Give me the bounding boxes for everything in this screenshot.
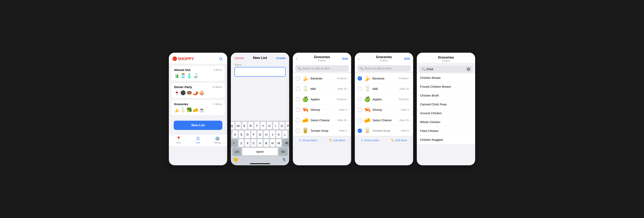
key-e[interactable]: E: [242, 122, 247, 130]
cancel-button[interactable]: Cancel: [234, 56, 244, 60]
grocery-checkbox-apples[interactable]: [296, 97, 300, 102]
grocery-item-milk[interactable]: 🥛 Milk Aisle 20 ›: [293, 84, 351, 94]
grocery-checkbox-s4-bananas[interactable]: [358, 76, 362, 81]
search-result-frozen-chicken-breast[interactable]: Frozed Chicken Breast: [417, 82, 475, 91]
grocery-emoji-shrimp: 🦐: [302, 107, 308, 113]
grocery-checkbox-s4-shrimp[interactable]: [358, 108, 362, 112]
back-button-s4[interactable]: ‹: [358, 56, 364, 61]
grocery-item-s4-swiss-cheese[interactable]: 🧀 Swiss Cheese Aisle 20 ›: [355, 115, 413, 126]
key-l[interactable]: L: [282, 131, 288, 138]
tab-store[interactable]: 📍 Store: [169, 136, 188, 144]
create-button[interactable]: Create: [276, 56, 286, 60]
key-k[interactable]: K: [276, 131, 281, 138]
grocery-item-s4-shrimp[interactable]: 🦐 Shrimp Aisle 3 ›: [355, 105, 413, 115]
key-t[interactable]: T: [254, 122, 260, 130]
key-g[interactable]: G: [258, 131, 263, 138]
edit-items-button[interactable]: ✏️ Edit Items: [329, 139, 345, 142]
new-list-button[interactable]: New List: [174, 121, 222, 130]
grocery-checkbox-s4-swiss-cheese[interactable]: [358, 118, 362, 122]
key-y[interactable]: Y: [260, 122, 266, 130]
grocery-item-tomato-soup[interactable]: 🥫 Tomato Soup Aisle 8 ›: [293, 126, 351, 136]
search-input-s5[interactable]: Chick: [426, 68, 466, 71]
grocery-item-shrimp[interactable]: 🦐 Shrimp Aisle 3 ›: [293, 105, 351, 115]
search-result-chicken-nuggets[interactable]: Chicken Nuggets: [417, 135, 475, 144]
key-a[interactable]: A: [232, 131, 238, 138]
edit-button-s4[interactable]: Edit: [404, 57, 410, 60]
screens-container: 🍎 SHOPPY Almost Out 4 items: [169, 53, 475, 165]
grocery-item-s4-milk[interactable]: 🥛 Milk Aisle 20 ›: [355, 84, 413, 94]
grocery-checkbox-bananas[interactable]: [296, 76, 300, 81]
search-result-canned-chick-peas[interactable]: Canned Chick Peas: [417, 100, 475, 109]
search-button[interactable]: [218, 56, 224, 61]
microphone-key[interactable]: 🎙️: [282, 157, 287, 162]
search-subtitle: 6 items: [420, 59, 472, 62]
search-result-ground-chicken[interactable]: Ground Chicken: [417, 109, 475, 118]
edit-button[interactable]: Edit: [342, 57, 348, 60]
grocery-item-s4-apples[interactable]: 🍏 Apples Produce ›: [355, 94, 413, 105]
key-w[interactable]: W: [236, 122, 241, 130]
name-input-field[interactable]: [234, 67, 286, 77]
grocery-item-swiss-cheese[interactable]: 🧀 Swiss Cheese Aisle 20 ›: [293, 115, 351, 126]
key-d[interactable]: D: [245, 131, 250, 138]
back-button[interactable]: ‹: [296, 56, 302, 61]
key-v[interactable]: V: [258, 139, 263, 147]
key-j[interactable]: J: [270, 131, 275, 138]
key-c[interactable]: C: [251, 139, 256, 147]
grocery-item-apples[interactable]: 🍏 Apples Produce ›: [293, 94, 351, 105]
grocery-checkbox-s4-apples[interactable]: [358, 97, 362, 102]
key-h[interactable]: H: [264, 131, 269, 138]
search-bar[interactable]: 🔍 Search to add an item: [295, 65, 349, 72]
key-i[interactable]: I: [273, 122, 278, 130]
grocery-location-apples: Produce: [337, 98, 347, 101]
grocery-checkbox-tomato-soup[interactable]: [296, 129, 300, 133]
grocery-item-bananas[interactable]: 🍌 Bananas Produce ›: [293, 73, 351, 84]
list-item-dinner-party-header: Dinner Party 13 items: [174, 85, 222, 89]
group-aisles-button-s4[interactable]: ⊙ Group Aisles: [361, 139, 379, 142]
list-item-almost-out[interactable]: Almost Out 4 items 🧃 🫙 🧴 🍶: [171, 66, 225, 81]
key-u[interactable]: U: [267, 122, 272, 130]
emoji-key[interactable]: 🙂: [233, 157, 238, 162]
keyboard-row-2: A S D F G H J K L: [232, 131, 288, 138]
screen-home: 🍎 SHOPPY Almost Out 4 items: [169, 53, 227, 165]
key-n[interactable]: N: [270, 139, 275, 147]
edit-items-button-s4[interactable]: ✏️ Edit Items: [391, 139, 407, 142]
list-item-groceries[interactable]: Groceries 6 items 🍌 🥛 🥦 🧀 ☕: [171, 100, 225, 115]
key-go[interactable]: Go: [279, 148, 288, 156]
key-space[interactable]: space: [242, 148, 278, 156]
grocery-checkbox-shrimp[interactable]: [296, 108, 300, 112]
search-result-chicken-breast[interactable]: Chicken Breast: [417, 73, 475, 82]
key-shift[interactable]: ⇧: [231, 139, 238, 147]
key-s[interactable]: S: [239, 131, 244, 138]
key-123[interactable]: 123: [232, 148, 241, 156]
search-bar-s4[interactable]: 🔍 Search to add an item: [357, 65, 411, 72]
key-p[interactable]: P: [286, 122, 290, 130]
key-f[interactable]: F: [251, 131, 256, 138]
group-aisles-button[interactable]: ⊙ Group Aisles: [299, 139, 317, 142]
search-result-fried-chicken[interactable]: Fried Chicken: [417, 127, 475, 135]
grocery-checkbox-s4-milk[interactable]: [358, 87, 362, 91]
search-result-chicken-broth[interactable]: Chicken Broth: [417, 91, 475, 100]
grocery-item-s4-tomato-soup[interactable]: 🥫 Tomato Soup Aisle 8 ›: [355, 126, 413, 136]
key-backspace[interactable]: ⌫: [282, 139, 289, 147]
grocery-checkbox-s4-tomato-soup[interactable]: [358, 129, 362, 133]
grocery-chevron-apples: ›: [348, 98, 348, 101]
key-r[interactable]: R: [248, 122, 253, 130]
tab-lists[interactable]: ☰ Lists: [188, 136, 208, 144]
key-x[interactable]: X: [245, 139, 250, 147]
grocery-list-s4: 🍌 Bananas Produce › 🥛 Milk Aisle 20 › 🍏 …: [355, 73, 413, 136]
grocery-item-s4-bananas[interactable]: 🍌 Bananas Produce ›: [355, 73, 413, 84]
grocery-checkbox-swiss-cheese[interactable]: [296, 118, 300, 122]
grocery-checkbox-milk[interactable]: [296, 87, 300, 91]
search-result-whole-chicken[interactable]: Whole Chicken: [417, 118, 475, 127]
list-item-dinner-party[interactable]: Dinner Party 13 items 🍷 ⚫ 🍩 🌶️ 🧅: [171, 83, 225, 98]
key-o[interactable]: O: [279, 122, 284, 130]
grocery-location-tomato-soup: Aisle 8: [339, 129, 347, 132]
key-z[interactable]: Z: [239, 139, 244, 147]
key-b[interactable]: B: [264, 139, 269, 147]
search-bar-s5[interactable]: 🔍 Chick ×: [419, 66, 473, 73]
tab-settings[interactable]: ⚙️ Settings: [208, 136, 227, 144]
key-m[interactable]: M: [276, 139, 281, 147]
emoji-3: 🌶️: [193, 90, 198, 96]
key-q[interactable]: Q: [231, 122, 235, 130]
search-clear-button[interactable]: ×: [467, 67, 470, 71]
